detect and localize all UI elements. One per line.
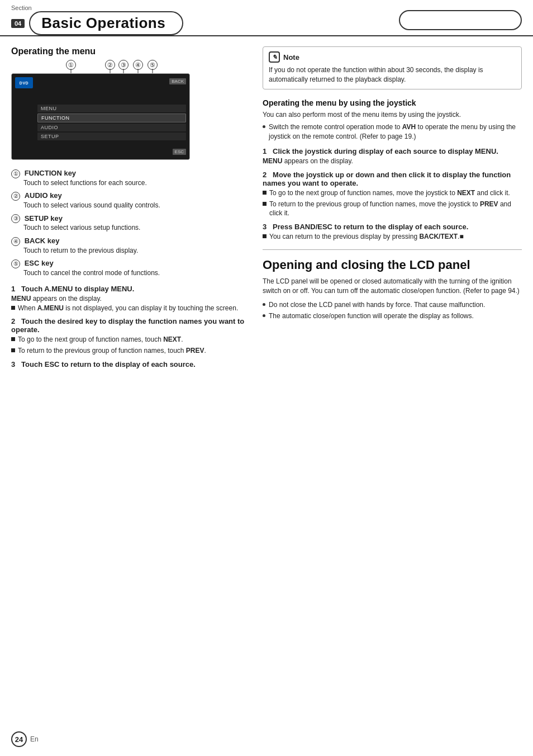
lcd-bullet-2: The automatic close/open function will o… xyxy=(263,311,522,321)
key-num-4: ④ xyxy=(11,237,20,246)
joystick-step-2-bullet-2: To return to the previous group of funct… xyxy=(263,200,522,219)
operating-menu-heading: Operating the menu xyxy=(11,46,246,56)
key-num-2: ② xyxy=(11,192,20,201)
key-list: ① FUNCTION key Touch to select functions… xyxy=(11,169,246,278)
key-item-2: ② AUDIO key Touch to select various soun… xyxy=(11,191,246,210)
key-desc-1: Touch to select functions for each sourc… xyxy=(23,178,246,188)
step-left-1: 1 Touch A.MENU to display MENU. MENU app… xyxy=(11,285,246,313)
bullet-icon xyxy=(11,306,15,310)
step-left-2: 2 Touch the desired key to display the f… xyxy=(11,317,246,356)
bullet-icon xyxy=(263,191,266,195)
page-header: Section 04 Basic Operations xyxy=(0,0,533,36)
lcd-bullet-1: Do not close the LCD panel with hands by… xyxy=(263,300,522,310)
note-box: ✎ Note If you do not operate the functio… xyxy=(263,46,522,89)
bullet-icon xyxy=(11,348,15,352)
step-left-1-heading: 1 Touch A.MENU to display MENU. xyxy=(11,285,246,293)
section-number: 04 xyxy=(11,19,25,28)
lcd-section-heading: Opening and closing the LCD panel xyxy=(263,258,522,272)
callout-lines xyxy=(11,69,190,73)
key-item-1: ① FUNCTION key Touch to select functions… xyxy=(11,169,246,187)
device-image-wrapper: ① ② ③ ④ ⑤ DVD BACK MENU xyxy=(11,73,190,160)
key-title-3: SETUP key xyxy=(25,214,63,223)
key-num-3: ③ xyxy=(11,214,20,223)
header-right-decoration xyxy=(399,10,522,30)
page-footer: 24 En xyxy=(11,731,39,747)
dot-icon xyxy=(263,314,265,317)
key-desc-4: Touch to return to the previous display. xyxy=(23,246,246,256)
joystick-heading: Operating the menu by using the joystick xyxy=(263,98,522,107)
menu-screen: DVD BACK MENU FUNCTION AUDIO SETUP ESC xyxy=(12,74,189,159)
section-label: Section xyxy=(11,4,196,11)
main-content: Operating the menu ① ② ③ ④ ⑤ xyxy=(0,36,533,384)
key-title-4: BACK key xyxy=(25,237,60,245)
step-left-1-bullet-1: When A.MENU is not displayed, you can di… xyxy=(11,304,246,313)
note-label: Note xyxy=(283,53,299,62)
key-item-4: ④ BACK key Touch to return to the previo… xyxy=(11,237,246,255)
step-left-2-bullet-2: To return to the previous group of funct… xyxy=(11,346,246,356)
note-icon: ✎ xyxy=(269,51,280,63)
joystick-intro: You can also perform most of the menu it… xyxy=(263,110,522,120)
key-title-5: ESC key xyxy=(25,259,54,267)
key-desc-5: Touch to cancel the control mode of func… xyxy=(23,268,246,278)
step-left-2-bullet-1: To go to the next group of function name… xyxy=(11,335,246,344)
key-title-2: AUDIO key xyxy=(25,191,62,200)
key-desc-2: Touch to select various sound quality co… xyxy=(23,201,246,210)
key-num-5: ⑤ xyxy=(11,259,20,268)
step-left-2-heading: 2 Touch the desired key to display the f… xyxy=(11,317,246,334)
key-item-5: ⑤ ESC key Touch to cancel the control mo… xyxy=(11,259,246,277)
menu-row-audio: AUDIO xyxy=(37,124,186,131)
joystick-step-2-bullet-1: To go to the next group of function name… xyxy=(263,188,522,198)
joystick-step-2-heading: 2 Move the joystick up or down and then … xyxy=(263,171,522,187)
menu-row-setup: SETUP xyxy=(37,133,186,140)
menu-row-function: FUNCTION xyxy=(37,114,186,122)
step-left-3: 3 Touch ESC to return to the display of … xyxy=(11,360,246,368)
joystick-steps: 1 Click the joystick during display of e… xyxy=(263,147,522,242)
bullet-icon xyxy=(11,337,15,341)
menu-row-menu: MENU xyxy=(37,105,186,112)
section-divider xyxy=(263,249,522,250)
note-text: If you do not operate the function withi… xyxy=(269,65,516,84)
back-button-display: BACK xyxy=(169,78,186,84)
dvd-logo: DVD xyxy=(15,77,33,88)
page-lang: En xyxy=(30,735,39,743)
left-column: Operating the menu ① ② ③ ④ ⑤ xyxy=(11,46,246,373)
key-title-1: FUNCTION key xyxy=(25,169,76,177)
dot-icon xyxy=(263,303,265,306)
joystick-step-2: 2 Move the joystick up or down and then … xyxy=(263,171,522,218)
bullet-icon xyxy=(263,234,266,238)
step-left-3-heading: 3 Touch ESC to return to the display of … xyxy=(11,360,246,368)
bullet-icon xyxy=(263,202,266,206)
joystick-step-1-heading: 1 Click the joystick during display of e… xyxy=(263,147,522,155)
key-item-3: ③ SETUP key Touch to select various setu… xyxy=(11,214,246,233)
device-screen: DVD BACK MENU FUNCTION AUDIO SETUP ESC xyxy=(11,73,190,160)
joystick-step-1: 1 Click the joystick during display of e… xyxy=(263,147,522,166)
key-desc-3: Touch to select various setup functions. xyxy=(23,223,246,233)
esc-button-display: ESC xyxy=(173,149,186,155)
page-title: Basic Operations xyxy=(29,11,183,35)
key-num-1: ① xyxy=(11,169,20,178)
lcd-section-body: The LCD panel will be opened or closed a… xyxy=(263,277,522,296)
joystick-step-3: 3 Press BAND/ESC to return to the displa… xyxy=(263,223,522,242)
joystick-step-3-heading: 3 Press BAND/ESC to return to the displa… xyxy=(263,223,522,231)
joystick-step-3-bullet-1: You can return to the previous display b… xyxy=(263,232,522,242)
step-left-1-body: MENU appears on the display. xyxy=(11,294,246,304)
right-column: ✎ Note If you do not operate the functio… xyxy=(263,46,522,373)
joystick-step-1-body: MENU appears on the display. xyxy=(263,157,522,166)
dot-icon xyxy=(263,125,265,128)
note-header: ✎ Note xyxy=(269,51,516,63)
joystick-bullet: Switch the remote control operation mode… xyxy=(263,122,522,141)
page-number: 24 xyxy=(11,731,27,747)
